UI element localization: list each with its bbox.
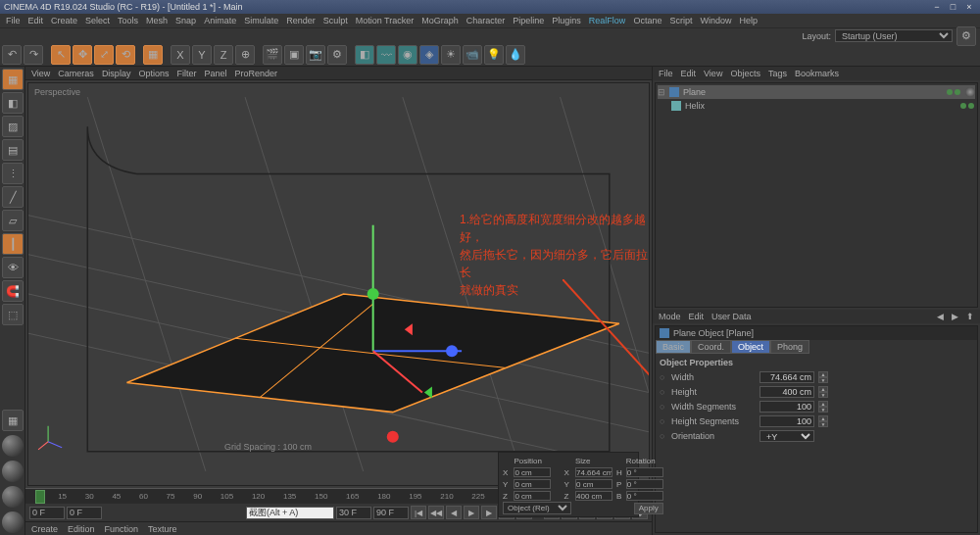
attr-up-icon[interactable]: ⬆ xyxy=(966,312,974,321)
layout-settings-icon[interactable]: ⚙ xyxy=(956,26,976,46)
menu-plugins[interactable]: Plugins xyxy=(552,16,581,25)
menu-simulate[interactable]: Simulate xyxy=(244,16,278,25)
cube-primitive[interactable]: ◧ xyxy=(355,45,374,65)
menu-snap[interactable]: Snap xyxy=(175,16,196,25)
select-tool[interactable]: ↖ xyxy=(51,45,71,65)
goto-start-button[interactable]: |◀ xyxy=(411,506,426,519)
material-preview-1[interactable] xyxy=(2,435,24,457)
x-axis-toggle[interactable]: X xyxy=(171,45,190,65)
texture-mode-icon[interactable]: ▨ xyxy=(2,116,24,137)
vp-menu-display[interactable]: Display xyxy=(102,69,131,78)
prev-frame-button[interactable]: ◀ xyxy=(446,506,462,519)
tab-texture[interactable]: Texture xyxy=(148,524,177,534)
attr-menu-userdata[interactable]: User Data xyxy=(711,312,752,321)
vp-menu-view[interactable]: View xyxy=(31,69,50,78)
object-vis-dots[interactable] xyxy=(946,87,961,97)
last-tool[interactable]: ▦ xyxy=(143,45,163,65)
model-mode-icon[interactable]: ▦ xyxy=(2,69,24,90)
height-input[interactable] xyxy=(760,386,814,398)
material-preview-4[interactable] xyxy=(2,511,24,533)
rotate-tool[interactable]: ⟲ xyxy=(116,45,135,65)
redo-button[interactable]: ↷ xyxy=(24,45,43,65)
frame-current-input[interactable] xyxy=(67,507,102,519)
step-back-button[interactable]: ◀◀ xyxy=(428,506,444,519)
tab-basic[interactable]: Basic xyxy=(656,340,691,354)
material-preview-2[interactable] xyxy=(2,461,24,482)
attr-menu-edit[interactable]: Edit xyxy=(689,312,705,321)
apply-button[interactable]: Apply xyxy=(634,503,663,514)
tab-coord[interactable]: Coord. xyxy=(691,340,731,354)
viewport-solo-icon[interactable]: 👁 xyxy=(2,257,24,278)
filter-icon[interactable]: ▦ xyxy=(2,410,24,431)
realflow-icon[interactable]: 💧 xyxy=(506,45,525,65)
height-spinner[interactable]: ▲▼ xyxy=(818,386,828,398)
attr-nav-back-icon[interactable]: ◀ xyxy=(937,312,944,321)
hseg-spinner[interactable]: ▲▼ xyxy=(818,415,828,427)
menu-create[interactable]: Create xyxy=(51,16,77,25)
scale-tool[interactable]: ⤢ xyxy=(94,45,114,65)
size-x-input[interactable] xyxy=(575,467,612,477)
menu-script[interactable]: Script xyxy=(669,16,692,25)
height-segments-input[interactable] xyxy=(760,415,814,427)
play-button[interactable]: ▶ xyxy=(464,506,479,519)
render-pv[interactable]: 📷 xyxy=(306,45,325,65)
axis-icon[interactable]: ┃ xyxy=(2,233,24,255)
phong-tag-icon[interactable] xyxy=(965,87,975,97)
width-spinner[interactable]: ▲▼ xyxy=(818,371,828,383)
viewport[interactable]: Perspective xyxy=(27,82,650,486)
menu-file[interactable]: File xyxy=(6,16,21,25)
vp-menu-panel[interactable]: Panel xyxy=(204,69,226,78)
orientation-select[interactable]: +Y xyxy=(760,430,814,442)
menu-tools[interactable]: Tools xyxy=(118,16,138,25)
menu-character[interactable]: Character xyxy=(466,16,506,25)
screenshot-hint[interactable] xyxy=(246,507,334,519)
tab-create[interactable]: Create xyxy=(31,524,58,534)
menu-render[interactable]: Render xyxy=(286,16,316,25)
rot-b-input[interactable] xyxy=(626,491,663,501)
obj-menu-view[interactable]: View xyxy=(704,69,722,78)
render-region[interactable]: ▣ xyxy=(284,45,304,65)
size-z-input[interactable] xyxy=(575,491,612,501)
object-item-plane[interactable]: ⊟ Plane xyxy=(658,85,975,99)
vp-menu-prorender[interactable]: ProRender xyxy=(234,69,277,78)
minimize-button[interactable]: − xyxy=(930,0,944,14)
width-segments-input[interactable] xyxy=(760,401,814,413)
rot-p-input[interactable] xyxy=(626,479,663,489)
point-mode-icon[interactable]: ⋮ xyxy=(2,163,24,184)
frame-b-input[interactable] xyxy=(373,507,409,519)
camera-icon[interactable]: 📹 xyxy=(463,45,482,65)
tab-edition[interactable]: Edition xyxy=(68,524,95,534)
object-vis-dots[interactable] xyxy=(959,101,975,111)
workspace-icon[interactable]: ⬚ xyxy=(2,304,24,325)
vp-menu-options[interactable]: Options xyxy=(138,69,169,78)
size-y-input[interactable] xyxy=(575,479,612,489)
render-settings[interactable]: ⚙ xyxy=(327,45,347,65)
material-preview-3[interactable] xyxy=(2,486,24,508)
obj-menu-bookmarks[interactable]: Bookmarks xyxy=(795,69,839,78)
menu-select[interactable]: Select xyxy=(85,16,110,25)
menu-motion-tracker[interactable]: Motion Tracker xyxy=(356,16,415,25)
attr-nav-fwd-icon[interactable]: ▶ xyxy=(952,312,958,321)
tab-object[interactable]: Object xyxy=(731,340,770,354)
menu-sculpt[interactable]: Sculpt xyxy=(323,16,348,25)
coord-mode-select[interactable]: Object (Rel) xyxy=(503,502,571,514)
generator-icon[interactable]: ◉ xyxy=(398,45,417,65)
obj-menu-objects[interactable]: Objects xyxy=(730,69,760,78)
menu-window[interactable]: Window xyxy=(700,16,731,25)
pos-y-input[interactable] xyxy=(514,479,551,489)
edge-mode-icon[interactable]: ╱ xyxy=(2,186,24,208)
pos-x-input[interactable] xyxy=(514,467,551,477)
z-axis-toggle[interactable]: Z xyxy=(214,45,233,65)
next-frame-button[interactable]: ▶ xyxy=(481,506,497,519)
wseg-spinner[interactable]: ▲▼ xyxy=(818,401,828,413)
move-tool[interactable]: ✥ xyxy=(73,45,92,65)
spline-primitive[interactable]: 〰 xyxy=(376,45,396,65)
obj-menu-edit[interactable]: Edit xyxy=(681,69,697,78)
frame-start-input[interactable] xyxy=(29,507,65,519)
polygon-mode-icon[interactable]: ▱ xyxy=(2,210,24,231)
layout-select[interactable]: Startup (User) xyxy=(835,29,953,42)
menu-help[interactable]: Help xyxy=(739,16,758,25)
y-axis-toggle[interactable]: Y xyxy=(192,45,212,65)
environment-icon[interactable]: ☀ xyxy=(441,45,461,65)
timeline-playhead[interactable] xyxy=(35,490,45,504)
